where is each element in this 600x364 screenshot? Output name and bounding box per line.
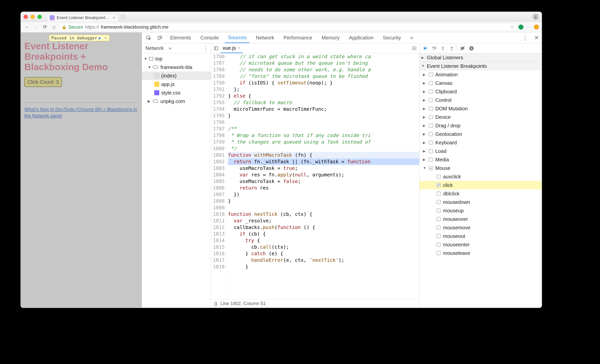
step-out-icon[interactable] (448, 45, 455, 52)
bookmark-star-icon[interactable]: ☆ (510, 24, 514, 30)
devtools-tab-console[interactable]: Console (197, 32, 222, 43)
resume-icon[interactable] (422, 45, 429, 52)
inspect-element-icon[interactable] (145, 32, 153, 43)
address-bar[interactable]: 🔒 Secure https://framework-blackboxing.g… (59, 23, 517, 31)
bp-event[interactable]: click (420, 181, 542, 189)
checkbox-icon[interactable] (436, 251, 441, 255)
file-tree[interactable]: ▼ top ▼ framework-bla (index) app.js sty… (142, 53, 211, 308)
checkbox-icon[interactable] (436, 217, 441, 221)
tree-domain-unpkg[interactable]: unpkg.com (160, 98, 185, 104)
overlay-step-icon[interactable]: ↷ (103, 36, 108, 40)
toggle-navigator-icon[interactable] (213, 45, 220, 52)
devtools-tab-sources[interactable]: Sources (225, 32, 250, 43)
browser-tab[interactable]: Event Listener Breakpoints + B × (47, 14, 118, 21)
checkbox-icon[interactable] (429, 140, 433, 145)
devtools-tab-network[interactable]: Network (253, 32, 277, 43)
checkbox-icon[interactable] (429, 115, 433, 119)
devtools-tab-memory[interactable]: Memory (318, 32, 343, 43)
js-file-icon (154, 82, 159, 87)
checkbox-icon[interactable] (436, 191, 441, 196)
bp-category[interactable]: ▶Control (420, 96, 542, 104)
checkbox-icon[interactable] (436, 209, 441, 213)
devtools-tab-security[interactable]: Security (380, 32, 404, 43)
close-tab-icon[interactable]: × (113, 15, 115, 20)
navigator-more-icon[interactable]: » (167, 46, 173, 51)
bp-category[interactable]: ▶Device (420, 113, 542, 121)
bp-category[interactable]: ▶Media (420, 155, 542, 164)
minimize-window-button[interactable] (30, 15, 35, 19)
devtools-tab-elements[interactable]: Elements (167, 32, 194, 43)
toggle-debugger-pane-icon[interactable] (411, 45, 418, 52)
extension-icon[interactable] (518, 25, 524, 29)
close-window-button[interactable] (24, 15, 28, 19)
bp-category[interactable]: ▶Canvas (420, 79, 542, 87)
checkbox-icon[interactable] (429, 90, 433, 94)
checkbox-icon[interactable] (436, 243, 441, 247)
overlay-resume-icon[interactable]: ▶ (97, 36, 103, 40)
bp-section[interactable]: ▼Event Listener Breakpoints (420, 62, 542, 70)
checkbox-icon[interactable] (436, 200, 441, 204)
devtools-tab-application[interactable]: Application (346, 32, 376, 43)
checkbox-icon[interactable] (429, 107, 433, 111)
bp-category[interactable]: ▶Clipboard (420, 87, 542, 96)
bp-event[interactable]: mouseenter (420, 240, 542, 249)
tree-file-index[interactable]: (index) (161, 73, 177, 79)
bp-category[interactable]: ▶DOM Mutation (420, 104, 542, 113)
reload-button[interactable]: ⟳ (41, 23, 49, 31)
checkbox-icon[interactable] (429, 81, 433, 85)
bp-event[interactable]: auxclick (420, 172, 542, 181)
extension-icon[interactable] (534, 25, 539, 29)
checkbox-icon[interactable] (436, 234, 441, 238)
bp-category[interactable]: ▶Keyboard (420, 138, 542, 147)
editor-tabbar: vue.js × (211, 43, 419, 53)
checkbox-icon[interactable] (429, 123, 433, 128)
bp-event[interactable]: mousedown (420, 198, 542, 206)
code-editor[interactable]: 1786 1787 1788 1789 1790 1791 1792 1793 … (211, 53, 419, 299)
checkbox-icon[interactable] (429, 73, 433, 77)
code-line (228, 119, 419, 126)
checkbox-icon[interactable] (429, 166, 433, 170)
tree-file-appjs[interactable]: app.js (161, 81, 175, 87)
pretty-print-icon[interactable]: {} (214, 301, 217, 306)
home-button[interactable]: ⌂ (50, 23, 58, 31)
bp-category[interactable]: ▶Animation (420, 70, 542, 79)
bp-event[interactable]: mousemove (420, 223, 542, 232)
step-over-icon[interactable] (430, 45, 438, 52)
pause-exceptions-icon[interactable] (468, 45, 475, 52)
close-editor-tab-icon[interactable]: × (238, 46, 240, 50)
bp-event[interactable]: mouseout (420, 232, 542, 240)
checkbox-icon[interactable] (436, 226, 441, 230)
deactivate-breakpoints-icon[interactable] (459, 45, 466, 52)
back-button[interactable]: ← (24, 23, 31, 31)
checkbox-icon[interactable] (436, 183, 441, 187)
bp-event[interactable]: mouseleave (420, 249, 542, 257)
checkbox-icon[interactable] (429, 98, 433, 102)
tree-file-style[interactable]: style.css (161, 90, 180, 96)
step-into-icon[interactable] (439, 45, 447, 52)
checkbox-icon[interactable] (429, 157, 433, 162)
bp-event[interactable]: dblclick (420, 189, 542, 198)
bp-category[interactable]: ▶Load (420, 147, 542, 155)
device-mode-icon[interactable] (156, 32, 164, 43)
editor-tab[interactable]: vue.js × (220, 43, 243, 53)
devtools-close-icon[interactable]: ✕ (532, 32, 541, 43)
devtools-tab-performance[interactable]: Performance (281, 32, 316, 43)
checkbox-icon[interactable] (436, 174, 441, 179)
navigator-tab[interactable]: Network (143, 45, 166, 51)
checkbox-icon[interactable] (429, 132, 433, 136)
extension-menu-icon[interactable]: ⋯ (525, 23, 532, 31)
devtools-menu-icon[interactable]: ⋮ (521, 32, 529, 43)
bp-event[interactable]: mouseup (420, 206, 542, 215)
bp-category[interactable]: ▼Mouse (420, 164, 542, 172)
maximize-window-button[interactable] (38, 15, 42, 19)
new-tab-button[interactable] (120, 15, 126, 19)
checkbox-icon[interactable] (429, 149, 433, 153)
bp-category[interactable]: ▶Geolocation (420, 130, 542, 138)
bp-event[interactable]: mouseover (420, 215, 542, 223)
bp-category[interactable]: ▶Drag / drop (420, 121, 542, 130)
devtools-tab-more[interactable]: » (407, 32, 416, 43)
navigator-menu-icon[interactable]: ⋮ (202, 45, 210, 51)
forward-button[interactable]: → (32, 23, 40, 31)
profile-avatar[interactable] (532, 14, 539, 20)
bp-section[interactable]: ▶Global Listeners (420, 53, 542, 62)
